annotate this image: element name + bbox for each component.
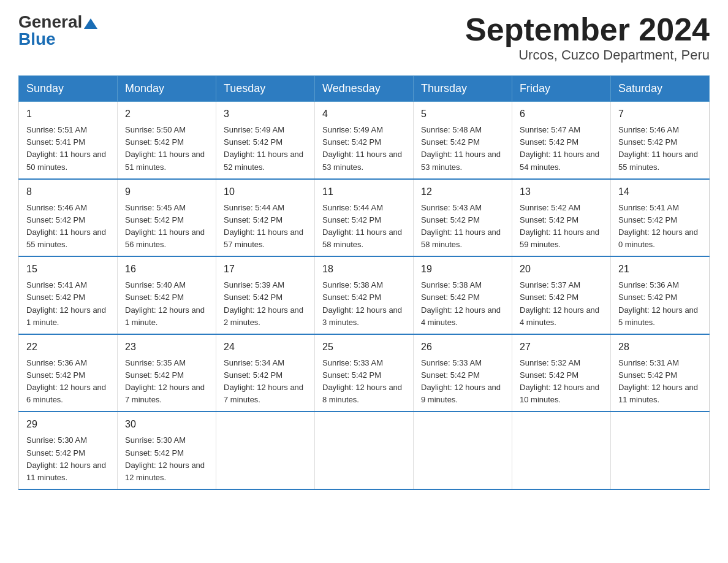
calendar-table: Sunday Monday Tuesday Wednesday Thursday… <box>18 75 710 490</box>
calendar-body: 1Sunrise: 5:51 AMSunset: 5:41 PMDaylight… <box>19 102 710 489</box>
day-number: 2 <box>125 107 208 121</box>
col-saturday: Saturday <box>611 76 710 102</box>
day-number: 13 <box>520 185 603 199</box>
calendar-header: Sunday Monday Tuesday Wednesday Thursday… <box>19 76 710 102</box>
calendar-cell: 14Sunrise: 5:41 AMSunset: 5:42 PMDayligh… <box>611 179 710 257</box>
col-tuesday: Tuesday <box>216 76 315 102</box>
day-number: 25 <box>322 340 406 354</box>
day-number: 11 <box>322 185 406 199</box>
calendar-cell <box>216 412 315 489</box>
page-header: General Blue September 2024 Urcos, Cuzco… <box>18 12 710 63</box>
day-number: 16 <box>125 262 208 277</box>
calendar-cell <box>512 412 611 489</box>
day-info: Sunrise: 5:33 AMSunset: 5:42 PMDaylight:… <box>322 357 406 407</box>
day-number: 15 <box>26 262 110 277</box>
calendar-cell: 28Sunrise: 5:31 AMSunset: 5:42 PMDayligh… <box>611 334 710 412</box>
day-info: Sunrise: 5:45 AMSunset: 5:42 PMDaylight:… <box>125 202 208 251</box>
col-monday: Monday <box>118 76 216 102</box>
calendar-cell: 15Sunrise: 5:41 AMSunset: 5:42 PMDayligh… <box>19 256 118 334</box>
day-info: Sunrise: 5:30 AMSunset: 5:42 PMDaylight:… <box>26 434 110 484</box>
calendar-cell: 2Sunrise: 5:50 AMSunset: 5:42 PMDaylight… <box>118 102 216 179</box>
calendar-cell: 25Sunrise: 5:33 AMSunset: 5:42 PMDayligh… <box>315 334 414 412</box>
day-number: 12 <box>421 185 504 199</box>
calendar-week-5: 29Sunrise: 5:30 AMSunset: 5:42 PMDayligh… <box>19 412 710 489</box>
calendar-cell: 3Sunrise: 5:49 AMSunset: 5:42 PMDaylight… <box>216 102 315 179</box>
day-number: 3 <box>224 107 307 121</box>
day-info: Sunrise: 5:41 AMSunset: 5:42 PMDaylight:… <box>618 202 702 251</box>
day-info: Sunrise: 5:46 AMSunset: 5:42 PMDaylight:… <box>26 202 110 251</box>
day-number: 20 <box>520 262 603 277</box>
calendar-cell: 16Sunrise: 5:40 AMSunset: 5:42 PMDayligh… <box>118 256 216 334</box>
calendar-cell: 9Sunrise: 5:45 AMSunset: 5:42 PMDaylight… <box>118 179 216 257</box>
calendar-cell: 8Sunrise: 5:46 AMSunset: 5:42 PMDaylight… <box>19 179 118 257</box>
calendar-cell: 27Sunrise: 5:32 AMSunset: 5:42 PMDayligh… <box>512 334 611 412</box>
calendar-title: September 2024 <box>465 12 710 47</box>
day-number: 5 <box>421 107 504 121</box>
col-friday: Friday <box>512 76 611 102</box>
calendar-cell: 4Sunrise: 5:49 AMSunset: 5:42 PMDaylight… <box>315 102 414 179</box>
day-number: 26 <box>421 340 504 354</box>
calendar-cell: 6Sunrise: 5:47 AMSunset: 5:42 PMDaylight… <box>512 102 611 179</box>
day-number: 21 <box>618 262 702 277</box>
day-number: 27 <box>520 340 603 354</box>
day-info: Sunrise: 5:43 AMSunset: 5:42 PMDaylight:… <box>421 202 504 251</box>
day-info: Sunrise: 5:42 AMSunset: 5:42 PMDaylight:… <box>520 202 603 251</box>
calendar-cell: 22Sunrise: 5:36 AMSunset: 5:42 PMDayligh… <box>19 334 118 412</box>
calendar-cell <box>315 412 414 489</box>
calendar-cell: 17Sunrise: 5:39 AMSunset: 5:42 PMDayligh… <box>216 256 315 334</box>
day-number: 6 <box>520 107 603 121</box>
calendar-week-3: 15Sunrise: 5:41 AMSunset: 5:42 PMDayligh… <box>19 256 710 334</box>
day-info: Sunrise: 5:39 AMSunset: 5:42 PMDaylight:… <box>224 279 307 329</box>
col-sunday: Sunday <box>19 76 118 102</box>
calendar-cell: 26Sunrise: 5:33 AMSunset: 5:42 PMDayligh… <box>414 334 512 412</box>
days-of-week-row: Sunday Monday Tuesday Wednesday Thursday… <box>19 76 710 102</box>
calendar-cell: 11Sunrise: 5:44 AMSunset: 5:42 PMDayligh… <box>315 179 414 257</box>
calendar-cell <box>414 412 512 489</box>
calendar-subtitle: Urcos, Cuzco Department, Peru <box>465 47 710 63</box>
calendar-cell: 24Sunrise: 5:34 AMSunset: 5:42 PMDayligh… <box>216 334 315 412</box>
calendar-cell: 21Sunrise: 5:36 AMSunset: 5:42 PMDayligh… <box>611 256 710 334</box>
day-number: 8 <box>26 185 110 199</box>
day-info: Sunrise: 5:37 AMSunset: 5:42 PMDaylight:… <box>520 279 603 329</box>
calendar-cell: 13Sunrise: 5:42 AMSunset: 5:42 PMDayligh… <box>512 179 611 257</box>
day-info: Sunrise: 5:34 AMSunset: 5:42 PMDaylight:… <box>224 357 307 407</box>
day-info: Sunrise: 5:35 AMSunset: 5:42 PMDaylight:… <box>125 357 208 407</box>
day-info: Sunrise: 5:44 AMSunset: 5:42 PMDaylight:… <box>224 202 307 251</box>
title-block: September 2024 Urcos, Cuzco Department, … <box>465 12 710 63</box>
day-number: 10 <box>224 185 307 199</box>
calendar-cell: 30Sunrise: 5:30 AMSunset: 5:42 PMDayligh… <box>118 412 216 489</box>
calendar-cell: 7Sunrise: 5:46 AMSunset: 5:42 PMDaylight… <box>611 102 710 179</box>
day-info: Sunrise: 5:50 AMSunset: 5:42 PMDaylight:… <box>125 124 208 174</box>
calendar-week-1: 1Sunrise: 5:51 AMSunset: 5:41 PMDaylight… <box>19 102 710 179</box>
calendar-cell: 12Sunrise: 5:43 AMSunset: 5:42 PMDayligh… <box>414 179 512 257</box>
calendar-cell: 18Sunrise: 5:38 AMSunset: 5:42 PMDayligh… <box>315 256 414 334</box>
calendar-cell: 29Sunrise: 5:30 AMSunset: 5:42 PMDayligh… <box>19 412 118 489</box>
day-info: Sunrise: 5:48 AMSunset: 5:42 PMDaylight:… <box>421 124 504 174</box>
calendar-cell: 1Sunrise: 5:51 AMSunset: 5:41 PMDaylight… <box>19 102 118 179</box>
day-number: 23 <box>125 340 208 354</box>
col-wednesday: Wednesday <box>315 76 414 102</box>
day-number: 14 <box>618 185 702 199</box>
day-info: Sunrise: 5:32 AMSunset: 5:42 PMDaylight:… <box>520 357 603 407</box>
day-number: 9 <box>125 185 208 199</box>
day-number: 30 <box>125 417 208 432</box>
calendar-week-4: 22Sunrise: 5:36 AMSunset: 5:42 PMDayligh… <box>19 334 710 412</box>
day-info: Sunrise: 5:30 AMSunset: 5:42 PMDaylight:… <box>125 434 208 484</box>
day-info: Sunrise: 5:46 AMSunset: 5:42 PMDaylight:… <box>618 124 702 174</box>
day-info: Sunrise: 5:33 AMSunset: 5:42 PMDaylight:… <box>421 357 504 407</box>
day-info: Sunrise: 5:49 AMSunset: 5:42 PMDaylight:… <box>322 124 406 174</box>
day-info: Sunrise: 5:51 AMSunset: 5:41 PMDaylight:… <box>26 124 110 174</box>
day-info: Sunrise: 5:41 AMSunset: 5:42 PMDaylight:… <box>26 279 110 329</box>
calendar-cell: 20Sunrise: 5:37 AMSunset: 5:42 PMDayligh… <box>512 256 611 334</box>
day-info: Sunrise: 5:49 AMSunset: 5:42 PMDaylight:… <box>224 124 307 174</box>
day-info: Sunrise: 5:36 AMSunset: 5:42 PMDaylight:… <box>618 279 702 329</box>
day-info: Sunrise: 5:44 AMSunset: 5:42 PMDaylight:… <box>322 202 406 251</box>
day-info: Sunrise: 5:36 AMSunset: 5:42 PMDaylight:… <box>26 357 110 407</box>
calendar-week-2: 8Sunrise: 5:46 AMSunset: 5:42 PMDaylight… <box>19 179 710 257</box>
svg-marker-0 <box>84 18 97 29</box>
col-thursday: Thursday <box>414 76 512 102</box>
day-number: 29 <box>26 417 110 432</box>
day-number: 4 <box>322 107 406 121</box>
calendar-cell <box>611 412 710 489</box>
logo: General Blue <box>18 12 97 49</box>
